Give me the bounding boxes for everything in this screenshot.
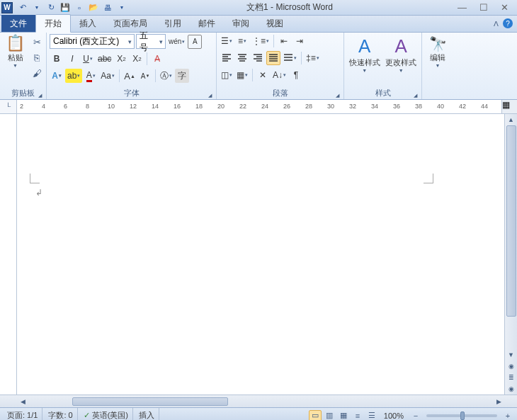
distribute-icon[interactable]	[282, 51, 298, 65]
grow-font-icon[interactable]: A▲	[123, 69, 137, 83]
shading-icon[interactable]: ◫	[220, 68, 234, 82]
maximize-button[interactable]: ☐	[479, 2, 488, 13]
paste-button[interactable]: 📋 粘贴 ▼	[3, 34, 28, 87]
status-page[interactable]: 页面: 1/1	[3, 408, 42, 420]
new-icon[interactable]: ▫	[74, 2, 85, 13]
zoom-in-icon[interactable]: +	[501, 410, 514, 421]
subscript-button[interactable]: X2	[114, 52, 128, 66]
status-word-count[interactable]: 字数: 0	[44, 408, 77, 420]
character-border-icon[interactable]: A	[188, 35, 202, 49]
zoom-level[interactable]: 100%	[380, 408, 408, 420]
font-color-icon[interactable]: A	[84, 69, 98, 83]
hscroll-thumb[interactable]	[72, 397, 228, 406]
font-group-label: 字体	[50, 87, 213, 99]
zoom-slider[interactable]	[426, 414, 497, 417]
view-print-layout-icon[interactable]: ▭	[309, 410, 322, 421]
vscroll-track[interactable]	[506, 125, 517, 349]
vertical-scrollbar[interactable]: ▲ ▼ ◉ ≣ ◉	[504, 114, 517, 395]
horizontal-scrollbar[interactable]: ◀ ▶	[0, 395, 517, 407]
scroll-up-icon[interactable]: ▲	[506, 114, 517, 125]
change-case-icon[interactable]: Aa	[99, 69, 116, 83]
tab-home[interactable]: 开始	[35, 14, 71, 33]
quick-styles-icon: A	[358, 35, 370, 57]
zoom-thumb[interactable]	[460, 412, 465, 420]
qat-dropdown-icon[interactable]: ▼	[116, 2, 127, 13]
close-button[interactable]: ✕	[501, 2, 509, 13]
word-app-icon: W	[1, 2, 13, 13]
text-effects-icon[interactable]: A	[50, 69, 64, 83]
clear-formatting-icon[interactable]: A̶	[150, 52, 164, 66]
superscript-button[interactable]: X2	[130, 52, 144, 66]
tab-references[interactable]: 引用	[156, 15, 190, 32]
phonetic-guide-icon[interactable]: wén	[167, 35, 186, 49]
font-name-combo[interactable]: Calibri (西文正文)	[50, 34, 135, 49]
borders-icon[interactable]: ▦	[235, 68, 249, 82]
line-spacing-icon[interactable]: ‡≡	[305, 51, 321, 65]
copy-icon[interactable]: ⎘	[30, 51, 43, 64]
status-language[interactable]: ✓英语(美国)	[79, 408, 133, 420]
minimize-button[interactable]: —	[458, 2, 467, 13]
scroll-down-icon[interactable]: ▼	[506, 349, 517, 361]
font-size-combo[interactable]: 五号	[136, 34, 166, 49]
print-icon[interactable]: 🖶	[102, 2, 113, 13]
scroll-right-icon[interactable]: ▶	[493, 396, 504, 407]
highlight-icon[interactable]: ab	[65, 69, 82, 83]
align-right-icon[interactable]	[251, 51, 265, 65]
scroll-left-icon[interactable]: ◀	[17, 396, 28, 407]
help-icon[interactable]: ?	[503, 18, 513, 28]
minimize-ribbon-icon[interactable]: ᐱ	[494, 20, 499, 28]
quick-styles-button[interactable]: A 快速样式 ▼	[347, 34, 382, 87]
view-draft-icon[interactable]: ☰	[365, 410, 378, 421]
align-center-icon[interactable]	[235, 51, 249, 65]
bullets-icon[interactable]: ☰	[220, 34, 234, 48]
strikethrough-button[interactable]: abc	[96, 52, 113, 66]
format-painter-icon[interactable]: 🖌	[30, 67, 43, 79]
sort-icon[interactable]: A↓	[271, 68, 288, 82]
zoom-out-icon[interactable]: −	[409, 410, 422, 421]
next-page-icon[interactable]: ◉	[506, 383, 517, 395]
character-shading-icon[interactable]: 字	[175, 69, 189, 83]
change-styles-button[interactable]: A 更改样式 ▼	[384, 34, 419, 87]
document-area[interactable]: ↲	[17, 114, 504, 395]
tab-selector[interactable]: └	[0, 100, 17, 113]
tab-mail[interactable]: 邮件	[190, 15, 224, 32]
undo-dropdown-icon[interactable]: ▼	[31, 2, 42, 13]
save-icon[interactable]: 💾	[59, 2, 71, 13]
open-icon[interactable]: 📂	[88, 2, 99, 13]
cut-icon[interactable]: ✂	[30, 35, 43, 48]
align-left-icon[interactable]	[220, 51, 234, 65]
clipboard-group-label: 剪贴板	[3, 87, 43, 99]
justify-icon[interactable]	[266, 51, 280, 65]
ruler-toggle-icon[interactable]: ▦	[501, 100, 517, 113]
status-insert-mode[interactable]: 插入	[135, 408, 159, 420]
hscroll-track[interactable]	[30, 397, 492, 407]
tab-review[interactable]: 审阅	[224, 15, 258, 32]
undo-icon[interactable]: ↶	[17, 2, 28, 13]
enclose-characters-icon[interactable]: Ⓐ	[159, 69, 174, 83]
show-marks-icon[interactable]: ¶	[289, 68, 303, 82]
vscroll-thumb[interactable]	[506, 125, 516, 317]
find-button[interactable]: 🔭 编辑 ▼	[425, 34, 450, 89]
view-outline-icon[interactable]: ≡	[351, 410, 364, 421]
italic-button[interactable]: I	[65, 52, 79, 66]
browse-object-icon[interactable]: ≣	[506, 372, 517, 383]
shrink-font-icon[interactable]: A▼	[138, 69, 152, 83]
tab-file[interactable]: 文件	[1, 15, 35, 32]
tab-view[interactable]: 视图	[258, 15, 292, 32]
change-styles-icon: A	[395, 35, 407, 57]
multilevel-list-icon[interactable]: ⋮≡	[251, 34, 271, 48]
ruler-vertical[interactable]	[0, 114, 17, 395]
text-direction-icon[interactable]: ✕	[256, 68, 270, 82]
view-web-icon[interactable]: ▦	[337, 410, 350, 421]
increase-indent-icon[interactable]: ⇥	[292, 34, 307, 48]
numbering-icon[interactable]: ≡	[235, 34, 249, 48]
tab-insert[interactable]: 插入	[71, 15, 105, 32]
ruler-h-scale[interactable]: 2468101214161820222426283032343638404244	[17, 100, 501, 113]
decrease-indent-icon[interactable]: ⇤	[277, 34, 291, 48]
prev-page-icon[interactable]: ◉	[506, 361, 517, 372]
redo-icon[interactable]: ↻	[45, 2, 57, 13]
workspace: ↲ ▲ ▼ ◉ ≣ ◉	[0, 114, 517, 395]
view-reading-icon[interactable]: ▥	[323, 410, 336, 421]
underline-button[interactable]: U	[81, 52, 95, 66]
bold-button[interactable]: B	[50, 52, 64, 66]
